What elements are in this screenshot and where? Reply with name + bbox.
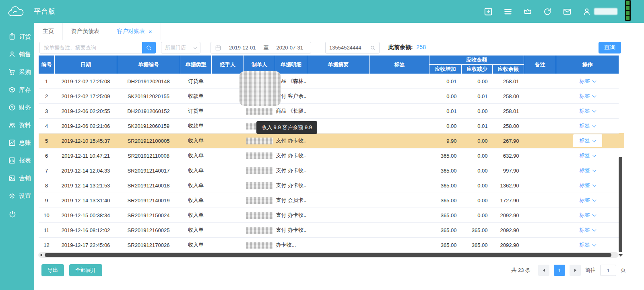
sidebar-item-marketing[interactable]: 营销	[0, 169, 34, 187]
date-end[interactable]: 2020-07-31	[273, 45, 307, 51]
tag-dropdown-link[interactable]: 标签	[580, 167, 596, 174]
sidebar-item-label: 报表	[19, 157, 31, 165]
col-receivable-balance: 应收余额	[493, 65, 524, 74]
menu-icon[interactable]	[504, 7, 512, 16]
prev-page-button[interactable]	[538, 265, 549, 276]
table-row: 7 2019-12-14 12:04:33 SR201912140017 收入单…	[39, 163, 619, 178]
sidebar-item-data[interactable]: 资料	[0, 116, 34, 134]
search-button[interactable]	[142, 42, 156, 53]
cell-doc-no: SR201912100005	[117, 134, 180, 148]
app-title: 平台版	[34, 7, 56, 16]
chevron-down-icon	[194, 45, 197, 49]
user-menu[interactable]	[582, 7, 617, 16]
phone-input[interactable]	[329, 45, 367, 51]
current-page-button[interactable]: 1	[554, 265, 565, 276]
chevron-down-icon	[592, 93, 596, 97]
export-button[interactable]: 导出	[41, 264, 64, 276]
col-remark: 备注	[524, 56, 556, 74]
cell-tags	[370, 119, 429, 134]
date-range-picker[interactable]: 2019-12-01 至 2020-07-31	[211, 42, 311, 53]
inbox-icon[interactable]	[484, 7, 493, 16]
tag-dropdown-link[interactable]: 标签	[580, 137, 596, 144]
cell-maker	[244, 104, 275, 119]
sidebar-item-label: 销售	[19, 51, 31, 58]
cell-handler	[212, 119, 244, 134]
mail-icon[interactable]	[563, 7, 572, 16]
crown-icon[interactable]	[523, 7, 532, 16]
scroll-down-arrow[interactable]	[618, 253, 623, 258]
tab-balance-sheet[interactable]: 资产负债表	[63, 23, 108, 40]
tag-dropdown-link[interactable]: 标签	[580, 122, 596, 130]
people-icon	[8, 121, 16, 129]
scroll-left-arrow[interactable]	[40, 253, 42, 257]
cell-receivable-balance: 2092.90	[493, 238, 524, 253]
sidebar-item-finance[interactable]: 财务	[0, 99, 34, 116]
table-row: 2 2019-12-02 17:25:09 SK201912020155 收款单…	[39, 89, 619, 104]
sidebar-item-order[interactable]: 订货	[0, 28, 34, 45]
sidebar-item-purchase[interactable]: 采购	[0, 63, 34, 81]
next-page-button[interactable]	[570, 265, 581, 276]
col-doc-no: 单据编号	[117, 56, 180, 74]
content: 主页 资产负债表 客户对账表 × 所属门店 2019-12-01 至 2020-…	[34, 23, 644, 290]
tag-dropdown-link[interactable]: 标签	[580, 182, 596, 189]
query-button[interactable]: 查询	[599, 42, 621, 53]
cell-summary	[307, 238, 370, 253]
sidebar-item-report[interactable]: 报表	[0, 152, 34, 169]
sidebar-logout[interactable]	[0, 206, 34, 223]
goto-suffix: 页	[621, 267, 626, 274]
tag-dropdown-link[interactable]: 标签	[580, 152, 596, 159]
search-input[interactable]	[39, 42, 142, 53]
horizontal-scrollbar[interactable]	[38, 252, 619, 258]
store-select[interactable]: 所属门店	[161, 42, 200, 53]
close-icon[interactable]: ×	[149, 29, 152, 35]
chevron-down-icon	[592, 197, 596, 202]
tab-home[interactable]: 主页	[34, 23, 63, 40]
tab-label: 客户对账表	[117, 28, 145, 35]
cell-receivable-increase: 365.00	[429, 178, 462, 193]
search-icon[interactable]	[370, 45, 376, 51]
cell-detail: 支付 办卡收...	[275, 208, 307, 223]
cell-doc-type: 收入单	[180, 208, 212, 223]
cell-action: 标签	[556, 119, 619, 134]
col-receivable-decrease: 应收减少	[462, 65, 493, 74]
horizontal-scrollbar-thumb[interactable]	[45, 253, 611, 257]
date-start[interactable]: 2019-12-01	[225, 45, 260, 51]
cell-detail: 商品 《长腿...	[275, 104, 307, 119]
sidebar-item-inventory[interactable]: 库存	[0, 81, 34, 99]
tab-customer-statement[interactable]: 客户对账表 ×	[108, 23, 161, 40]
sidebar-item-ledger[interactable]: 总账	[0, 134, 34, 152]
goto-label: 前往	[585, 267, 596, 274]
redacted-text	[246, 227, 273, 234]
expand-all-button[interactable]: 全部展开	[69, 264, 102, 276]
chevron-down-icon	[592, 108, 596, 112]
cell-number: 2	[39, 89, 55, 104]
tag-dropdown-link[interactable]: 标签	[580, 93, 596, 100]
tag-dropdown-link[interactable]: 标签	[580, 226, 596, 234]
cell-doc-type: 收入单	[180, 148, 212, 163]
sidebar-nav: 订货 销售 采购 库存 财务 资料 总账 报表 营销 设置	[0, 23, 34, 205]
trend-chart-icon	[8, 139, 16, 146]
cell-summary	[307, 74, 370, 89]
refresh-icon[interactable]	[543, 7, 552, 16]
cell-date: 2019-12-02 17:25:08	[55, 74, 117, 89]
tag-dropdown-link[interactable]: 标签	[580, 241, 596, 249]
col-handler: 经手人	[212, 56, 244, 74]
store-select-placeholder: 所属门店	[165, 44, 186, 51]
cell-doc-type: 收入单	[180, 238, 212, 253]
tag-dropdown-link[interactable]: 标签	[580, 197, 596, 204]
cell-date: 2019-12-15 00:38:34	[55, 208, 117, 223]
cell-date: 2019-12-10 15:45:37	[55, 134, 117, 148]
vertical-scrollbar[interactable]	[619, 74, 623, 252]
vertical-scrollbar-thumb[interactable]	[619, 157, 622, 252]
tag-dropdown-link[interactable]: 标签	[580, 107, 596, 115]
tag-dropdown-link[interactable]: 标签	[580, 212, 596, 219]
sidebar-item-settings[interactable]: 设置	[0, 187, 34, 205]
goto-page-input[interactable]	[600, 265, 616, 276]
sidebar-item-sales[interactable]: 销售	[0, 45, 34, 63]
clipboard-icon	[8, 33, 16, 40]
col-type: 单据类型	[180, 56, 212, 74]
bar-chart-icon	[8, 157, 16, 164]
redacted-text	[246, 197, 273, 204]
cell-detail: 支付 办卡收...	[275, 134, 307, 148]
tag-dropdown-link[interactable]: 标签	[580, 78, 596, 85]
